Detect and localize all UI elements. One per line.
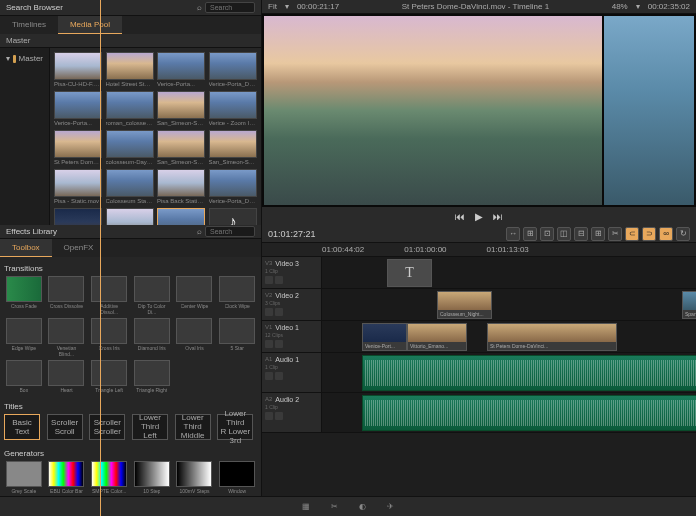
transition-item[interactable]: Oval Iris — [175, 318, 215, 357]
title-item[interactable]: Lower ThirdMiddle — [175, 414, 211, 440]
prev-button[interactable]: ⏮ — [455, 211, 465, 222]
program-timecode: 00:02:35:02 — [648, 2, 690, 11]
fx-search-input[interactable] — [205, 226, 255, 237]
media-clip[interactable]: Verice-Porta... — [157, 52, 206, 88]
transition-item[interactable]: Edge Wipe — [4, 318, 44, 357]
timeline-clip[interactable]: St Peters Dome-DaVinci... — [487, 323, 617, 351]
media-clip[interactable]: ♪Music.wav — [209, 208, 258, 225]
source-viewer[interactable] — [264, 16, 602, 205]
track-content[interactable] — [322, 353, 696, 392]
zoom-level[interactable]: 48% — [612, 2, 628, 11]
timeline-tool[interactable]: ⊡ — [540, 227, 554, 241]
timeline-clip[interactable] — [362, 355, 696, 391]
track-header[interactable]: V2Video 23 Clips — [262, 289, 322, 320]
generator-item[interactable]: 100mV Steps — [175, 461, 215, 494]
timeline-clip[interactable]: Colosseum_Night... — [437, 291, 492, 319]
track-header[interactable]: V1Video 112 Clips — [262, 321, 322, 352]
timeline-clip[interactable]: Venice-Port... — [362, 323, 407, 351]
search-input[interactable] — [205, 2, 255, 13]
media-clip[interactable]: colosseum-Day-DaV... — [106, 130, 155, 166]
transition-item[interactable]: Triangle Right — [132, 360, 172, 393]
media-clip[interactable]: Hotel Street Statio... — [106, 52, 155, 88]
transition-item[interactable]: Cross Dissolve — [47, 276, 87, 315]
media-clip[interactable]: St Peters Dome-DaV... — [54, 130, 103, 166]
transition-item[interactable]: Center Wipe — [175, 276, 215, 315]
bin-master[interactable]: ▾ Master — [4, 52, 45, 65]
transition-item[interactable]: Cross Fade — [4, 276, 44, 315]
generator-item[interactable]: 10 Step — [132, 461, 172, 494]
track-content[interactable]: Colosseum_Night...Spanish_Step... — [322, 289, 696, 320]
transition-item[interactable]: Clock Wipe — [217, 276, 257, 315]
timeline-clip[interactable]: Spanish_Step... — [682, 291, 696, 319]
transition-item[interactable]: 5 Star — [217, 318, 257, 357]
timeline-tool[interactable]: ↔ — [506, 227, 520, 241]
timeline-tool[interactable]: ✂ — [608, 227, 622, 241]
fit-dropdown[interactable]: Fit — [268, 2, 277, 11]
program-viewer[interactable] — [604, 16, 694, 205]
track-header[interactable]: V3Video 31 Clip — [262, 257, 322, 288]
play-button[interactable]: ▶ — [475, 211, 483, 222]
title-item[interactable]: Lower ThirdR Lower 3rd — [217, 414, 253, 440]
media-clip[interactable]: roman_colosseum-D... — [106, 91, 155, 127]
transition-item[interactable]: Box — [4, 360, 44, 393]
track-header[interactable]: A2Audio 21 Clip — [262, 393, 322, 432]
color-page-icon[interactable]: ◐ — [355, 500, 369, 514]
media-clip[interactable]: Pisa - Static.mov — [54, 169, 103, 205]
media-clip[interactable]: Pisa-CU-HD-F.mov — [54, 52, 103, 88]
tab-toolbox[interactable]: Toolbox — [0, 239, 52, 257]
transition-item[interactable]: Triangle Left — [89, 360, 129, 393]
timeline-tool[interactable]: ⊃ — [642, 227, 656, 241]
media-clip[interactable]: Verice-Porta_Delta... — [209, 52, 258, 88]
deliver-page-icon[interactable]: ✈ — [383, 500, 397, 514]
timeline-tool[interactable]: ◫ — [557, 227, 571, 241]
media-clip[interactable]: San_Simeon-Static-... — [209, 130, 258, 166]
transition-item[interactable]: Diamond Iris — [132, 318, 172, 357]
timeline-tool[interactable]: ⊞ — [591, 227, 605, 241]
media-clip[interactable]: Pisa Back Static CU... — [157, 169, 206, 205]
media-clip[interactable]: San_Simeon-Static-... — [157, 130, 206, 166]
timeline-tool[interactable]: ↻ — [676, 227, 690, 241]
title-item[interactable]: Lower ThirdLeft — [132, 414, 168, 440]
media-clip[interactable]: Pisa - Zoom Out-Da... — [106, 208, 155, 225]
generator-item[interactable]: Grey Scale — [4, 461, 44, 494]
tab-media-pool[interactable]: Media Pool — [58, 16, 122, 34]
generator-item[interactable]: EBU Color Bar — [47, 461, 87, 494]
track-header[interactable]: A1Audio 11 Clip — [262, 353, 322, 392]
timeline-tool[interactable]: ∞ — [659, 227, 673, 241]
media-clip[interactable]: San_Simeon-Static-... — [157, 91, 206, 127]
tab-openfx[interactable]: OpenFX — [52, 239, 106, 257]
transition-item[interactable]: Heart — [47, 360, 87, 393]
tab-timelines[interactable]: Timelines — [0, 16, 58, 34]
media-clip[interactable]: Verice-Porta_Delta... — [209, 169, 258, 205]
timeline-clip[interactable] — [362, 395, 696, 431]
media-clip[interactable]: Colosseum_Night_1... — [54, 208, 103, 225]
timeline-clip[interactable]: Vittorio_Emano... — [407, 323, 467, 351]
media-clip[interactable]: Verice - Zoom In.mov — [209, 91, 258, 127]
transition-item[interactable]: Venetian Blind... — [47, 318, 87, 357]
title-item[interactable]: ScrollerScroll — [47, 414, 83, 440]
generator-item[interactable]: SMPTE Color... — [89, 461, 129, 494]
track-content[interactable] — [322, 393, 696, 432]
generator-item[interactable]: Window — [217, 461, 257, 494]
transition-item[interactable]: Cross Iris — [89, 318, 129, 357]
browser-search[interactable]: ⌕ — [197, 2, 255, 13]
edit-page-icon[interactable]: ✂ — [327, 500, 341, 514]
title-item[interactable]: BasicText — [4, 414, 40, 440]
track-content[interactable]: T — [322, 257, 696, 288]
timeline-ruler[interactable]: 01:00:44:0201:01:00:0001:01:13:03 — [262, 243, 696, 257]
next-button[interactable]: ⏭ — [493, 211, 503, 222]
timeline-tool[interactable]: ⊟ — [574, 227, 588, 241]
timeline-tool[interactable]: ⊂ — [625, 227, 639, 241]
timeline-clip[interactable]: T — [387, 259, 432, 287]
media-page-icon[interactable]: ▦ — [299, 500, 313, 514]
transition-item[interactable]: Dip To Color Di... — [132, 276, 172, 315]
track-content[interactable]: Venice-Port...Vittorio_Emano...St Peters… — [322, 321, 696, 352]
media-clip[interactable]: Colosseum Static.mov — [106, 169, 155, 205]
timeline-tool[interactable]: ⊞ — [523, 227, 537, 241]
transition-item[interactable]: Additive Dissol... — [89, 276, 129, 315]
title-item[interactable]: ScrollerScroller — [89, 414, 125, 440]
media-clip[interactable]: Verice-Porta... — [54, 91, 103, 127]
media-clip[interactable]: Verice-Porta_Delta... — [157, 208, 206, 225]
gen-thumbnail — [6, 461, 42, 487]
fx-search[interactable]: ⌕ — [197, 226, 255, 237]
